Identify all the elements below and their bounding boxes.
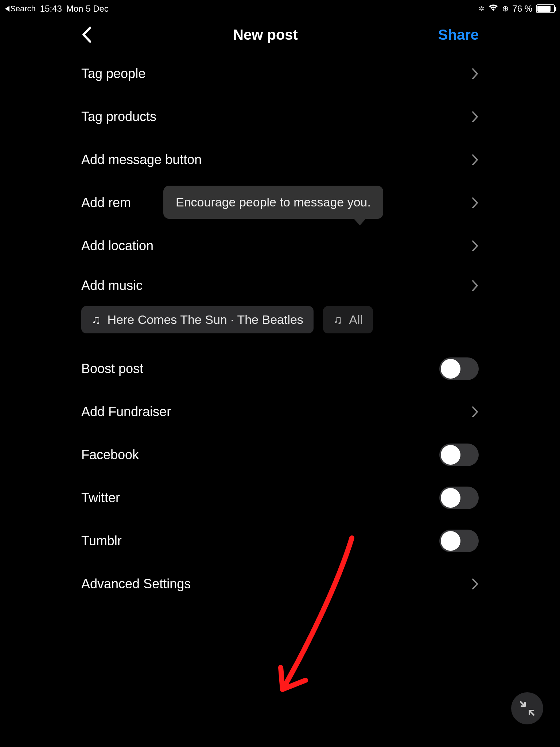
chevron-right-icon (471, 406, 479, 418)
nav-header: New post Share (81, 23, 479, 52)
back-to-search[interactable]: Search (5, 4, 36, 13)
back-app-label: Search (10, 4, 36, 13)
row-label: Add music (81, 278, 143, 293)
chevron-right-icon (471, 279, 479, 292)
music-chip[interactable]: ♫ All (323, 306, 373, 333)
music-note-icon: ♫ (333, 313, 343, 327)
tumblr-toggle[interactable] (439, 530, 479, 552)
music-chip-label: All (349, 313, 363, 327)
share-button[interactable]: Share (428, 27, 479, 43)
row-label: Add rem (81, 195, 131, 210)
row-label: Tag people (81, 66, 145, 81)
music-suggestions: ♫ Here Comes The Sun · The Beatles ♫ All (81, 306, 479, 333)
row-label: Add Fundraiser (81, 404, 171, 419)
row-label: Add location (81, 238, 153, 253)
loading-icon: ✲ (478, 4, 485, 13)
boost-post-toggle[interactable] (439, 357, 479, 380)
status-bar: Search 15:43 Mon 5 Dec ✲ ⊕ 76 % (0, 0, 560, 15)
back-button[interactable] (81, 26, 103, 43)
wifi-icon (488, 4, 498, 14)
row-facebook: Facebook (81, 433, 479, 476)
battery-percent: 76 % (512, 4, 532, 14)
status-date: Mon 5 Dec (66, 4, 109, 14)
message-tooltip: Encourage people to message you. (163, 186, 383, 219)
row-add-message-button[interactable]: Add message button (81, 138, 479, 181)
chevron-left-icon (81, 26, 92, 43)
row-tag-products[interactable]: Tag products (81, 95, 479, 138)
collapse-icon (519, 700, 535, 716)
row-label: Boost post (81, 361, 143, 376)
page-title: New post (103, 27, 428, 43)
chevron-right-icon (471, 197, 479, 209)
back-triangle-icon (5, 6, 9, 12)
row-add-fundraiser[interactable]: Add Fundraiser (81, 390, 479, 433)
chevron-right-icon (471, 67, 479, 80)
row-tumblr: Tumblr (81, 519, 479, 562)
rotation-lock-icon: ⊕ (502, 4, 509, 13)
row-label: Tag products (81, 109, 156, 124)
battery-icon (536, 4, 555, 13)
row-twitter: Twitter (81, 476, 479, 519)
chevron-right-icon (471, 578, 479, 590)
tooltip-text: Encourage people to message you. (176, 195, 371, 209)
chevron-right-icon (471, 111, 479, 123)
music-note-icon: ♫ (92, 313, 101, 327)
row-add-location[interactable]: Add location (81, 224, 479, 267)
row-add-music[interactable]: Add music (81, 267, 479, 304)
facebook-toggle[interactable] (439, 444, 479, 466)
status-time: 15:43 (40, 4, 62, 14)
chevron-right-icon (471, 154, 479, 166)
row-advanced-settings[interactable]: Advanced Settings (81, 562, 479, 605)
chevron-right-icon (471, 240, 479, 252)
row-label: Add message button (81, 152, 202, 167)
row-label: Advanced Settings (81, 576, 191, 592)
row-label: Facebook (81, 447, 139, 462)
collapse-fab[interactable] (511, 692, 543, 724)
music-chip[interactable]: ♫ Here Comes The Sun · The Beatles (81, 306, 314, 333)
music-chip-label: Here Comes The Sun · The Beatles (108, 313, 303, 327)
row-boost-post: Boost post (81, 347, 479, 390)
twitter-toggle[interactable] (439, 487, 479, 509)
row-label: Tumblr (81, 533, 122, 549)
row-tag-people[interactable]: Tag people (81, 52, 479, 95)
row-label: Twitter (81, 490, 120, 506)
